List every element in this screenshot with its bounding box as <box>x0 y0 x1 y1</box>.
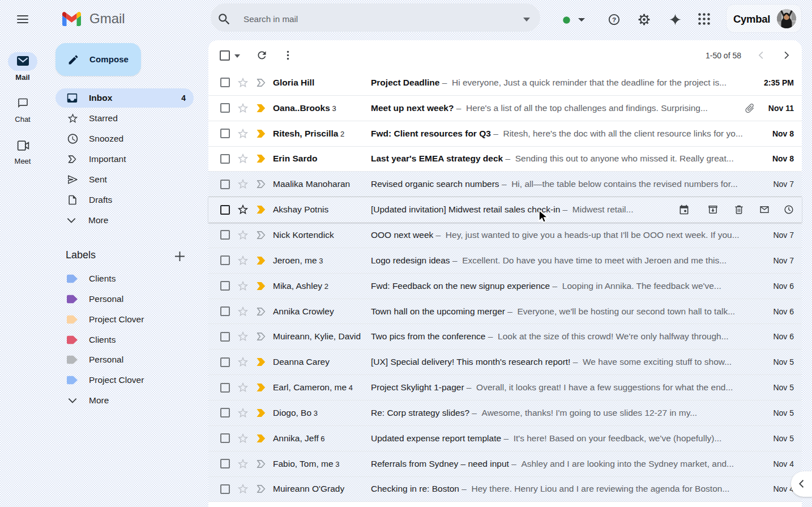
svg-text:?: ? <box>612 16 616 23</box>
